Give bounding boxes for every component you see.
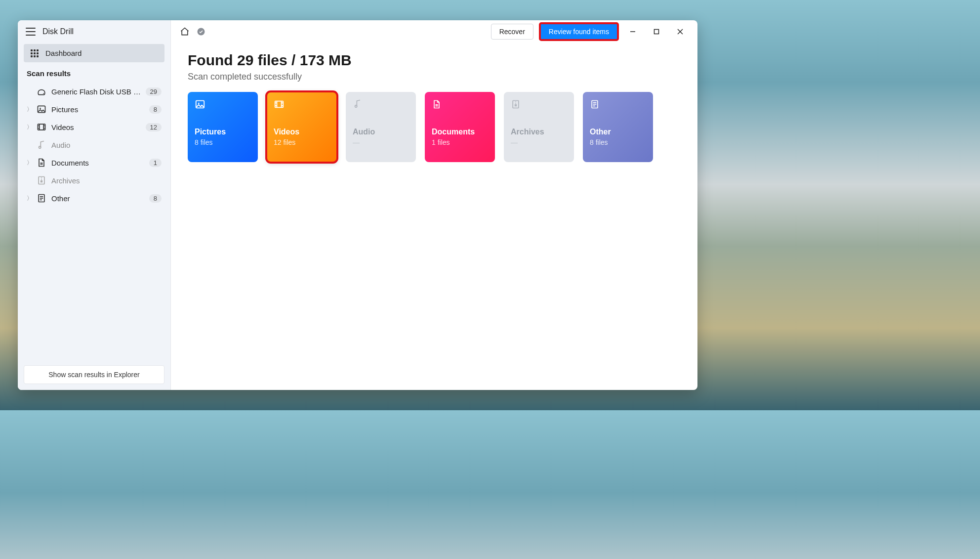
card-subtitle: — xyxy=(511,138,567,146)
count-badge: 12 xyxy=(146,123,162,131)
archive-icon xyxy=(37,175,46,185)
document-icon xyxy=(432,99,447,114)
svg-point-0 xyxy=(43,93,44,94)
category-card-other[interactable]: Other8 files xyxy=(583,92,653,162)
app-window: Disk Drill Dashboard Scan results 〉Gener… xyxy=(18,20,697,390)
sidebar: Disk Drill Dashboard Scan results 〉Gener… xyxy=(18,20,171,390)
picture-icon xyxy=(37,104,46,114)
close-button[interactable] xyxy=(672,24,689,39)
card-subtitle: 8 files xyxy=(590,138,646,146)
content-area: Found 29 files / 173 MB Scan completed s… xyxy=(171,43,697,171)
video-icon xyxy=(274,99,288,114)
sidebar-item-label: Archives xyxy=(51,176,162,185)
card-title: Pictures xyxy=(195,128,251,136)
page-subheading: Scan completed successfully xyxy=(188,72,681,82)
chevron-right-icon: 〉 xyxy=(27,194,34,203)
category-card-documents[interactable]: Documents1 files xyxy=(425,92,495,162)
svg-point-10 xyxy=(39,146,41,148)
sidebar-item-label: Videos xyxy=(51,123,146,131)
check-circle-icon[interactable] xyxy=(197,27,205,36)
svg-rect-15 xyxy=(41,181,42,182)
svg-point-20 xyxy=(198,28,205,36)
svg-rect-39 xyxy=(515,105,517,106)
chevron-right-icon: 〉 xyxy=(27,105,34,114)
card-title: Audio xyxy=(353,128,409,136)
card-title: Other xyxy=(590,128,646,136)
svg-rect-22 xyxy=(654,30,659,34)
category-card-videos[interactable]: Videos12 files xyxy=(267,92,337,162)
chevron-right-icon: 〉 xyxy=(27,123,34,131)
sidebar-item-generic-flash-disk-usb-d-[interactable]: 〉Generic Flash Disk USB D…29 xyxy=(22,83,166,100)
show-in-explorer-button[interactable]: Show scan results in Explorer xyxy=(24,365,164,384)
svg-point-34 xyxy=(355,105,357,107)
sidebar-item-videos[interactable]: 〉Videos12 xyxy=(22,118,166,136)
category-card-audio: Audio— xyxy=(346,92,416,162)
sidebar-item-label: Documents xyxy=(51,159,149,167)
other-icon xyxy=(590,99,605,114)
category-card-pictures[interactable]: Pictures8 files xyxy=(188,92,258,162)
main-panel: Recover Review found items Found 29 file… xyxy=(171,20,697,390)
review-found-items-button[interactable]: Review found items xyxy=(540,24,617,40)
svg-point-2 xyxy=(40,108,41,109)
video-icon xyxy=(37,122,46,132)
card-subtitle: 1 files xyxy=(432,138,488,146)
count-badge: 8 xyxy=(149,105,162,114)
page-heading: Found 29 files / 173 MB xyxy=(188,52,681,69)
dashboard-icon xyxy=(31,49,39,57)
sidebar-header: Disk Drill xyxy=(18,20,170,41)
audio-icon xyxy=(353,99,368,114)
sidebar-item-pictures[interactable]: 〉Pictures8 xyxy=(22,100,166,118)
category-card-archives: Archives— xyxy=(504,92,574,162)
sidebar-tree: 〉Generic Flash Disk USB D…29〉Pictures8〉V… xyxy=(18,83,170,207)
disk-icon xyxy=(37,86,46,96)
sidebar-item-other[interactable]: 〉Other8 xyxy=(22,189,166,207)
sidebar-item-label: Generic Flash Disk USB D… xyxy=(51,87,146,96)
card-title: Documents xyxy=(432,128,488,136)
sidebar-item-audio[interactable]: 〉Audio xyxy=(22,136,166,154)
count-badge: 29 xyxy=(146,87,162,96)
app-title: Disk Drill xyxy=(42,27,74,36)
category-cards: Pictures8 filesVideos12 filesAudio—Docum… xyxy=(188,92,681,162)
card-subtitle: 12 files xyxy=(274,138,330,146)
svg-rect-3 xyxy=(38,124,45,130)
picture-icon xyxy=(195,99,209,114)
card-subtitle: 8 files xyxy=(195,138,251,146)
svg-rect-27 xyxy=(275,101,284,108)
svg-point-26 xyxy=(198,103,200,104)
sidebar-item-label: Other xyxy=(51,194,149,203)
card-title: Archives xyxy=(511,128,567,136)
sidebar-section-title: Scan results xyxy=(18,66,170,83)
document-icon xyxy=(37,158,46,168)
topbar: Recover Review found items xyxy=(171,20,697,43)
home-icon[interactable] xyxy=(180,27,190,37)
sidebar-item-label: Audio xyxy=(51,141,162,149)
hamburger-icon[interactable] xyxy=(26,28,36,36)
dashboard-label: Dashboard xyxy=(45,49,82,57)
sidebar-item-archives[interactable]: 〉Archives xyxy=(22,172,166,189)
chevron-right-icon: 〉 xyxy=(27,159,34,167)
minimize-button[interactable] xyxy=(624,24,641,39)
sidebar-item-documents[interactable]: 〉Documents1 xyxy=(22,154,166,172)
archive-icon xyxy=(511,99,526,114)
audio-icon xyxy=(37,140,46,150)
sidebar-item-label: Pictures xyxy=(51,105,149,114)
card-subtitle: — xyxy=(353,138,409,146)
maximize-button[interactable] xyxy=(648,24,665,39)
card-title: Videos xyxy=(274,128,330,136)
count-badge: 1 xyxy=(149,159,162,167)
other-icon xyxy=(37,193,46,203)
recover-button[interactable]: Recover xyxy=(491,24,533,40)
count-badge: 8 xyxy=(149,194,162,203)
sidebar-item-dashboard[interactable]: Dashboard xyxy=(24,44,164,62)
